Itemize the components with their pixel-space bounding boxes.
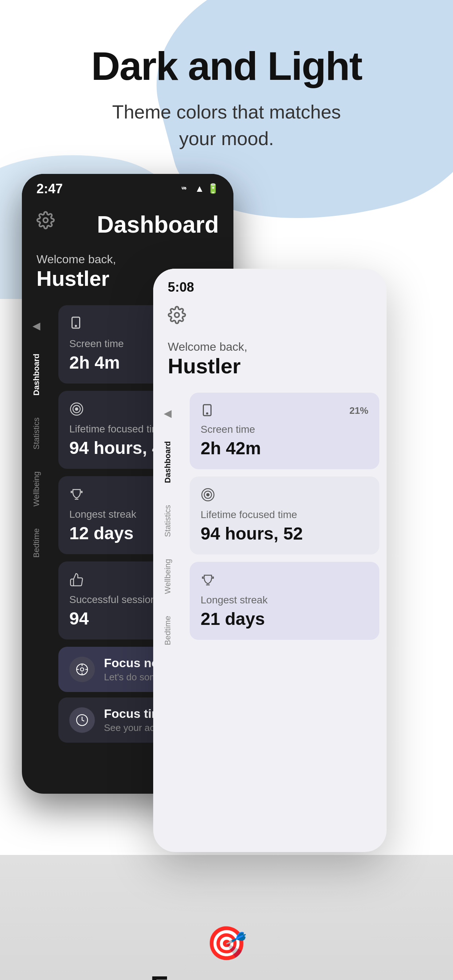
dark-chevron-icon: ◀	[32, 320, 40, 332]
dark-sidebar-dashboard[interactable]: Dashboard	[28, 343, 45, 407]
light-screen-badge: 21%	[349, 405, 368, 416]
bottom-content: 🎯 Focus now Let's do something pro	[116, 902, 337, 980]
dark-status-time: 2:47	[37, 181, 63, 197]
light-sidebar-wellbeing[interactable]: Wellbeing	[160, 548, 176, 605]
light-phone: 5:08 Welcome back, Hustler ◀	[153, 269, 387, 852]
light-screen-time-card: 21% Screen time 2h 42m	[190, 393, 379, 469]
dark-app-title: Dashboard	[97, 211, 219, 238]
light-streak-value: 21 days	[201, 609, 368, 629]
light-trophy-icon	[201, 573, 368, 589]
dark-welcome-text: Welcome back,	[37, 253, 219, 266]
light-phone-icon	[201, 404, 214, 418]
dark-gear-icon[interactable]	[37, 211, 55, 231]
dark-sidebar-statistics[interactable]: Statistics	[28, 407, 45, 460]
dark-status-icons: Vo LTE ▲ 🔋	[182, 183, 219, 194]
dark-sidebar: ◀ Dashboard Statistics Wellbeing Bedtime	[22, 302, 51, 752]
svg-point-2	[43, 218, 48, 223]
light-screen-label: Screen time	[201, 424, 368, 435]
light-statistics-label: Statistics	[163, 505, 172, 537]
dark-wellbeing-label: Wellbeing	[32, 471, 41, 506]
light-screen-time-header: 21%	[201, 404, 368, 418]
dark-app-header: Dashboard	[22, 200, 233, 245]
light-lifetime-icon	[201, 487, 368, 503]
bottom-section: 🎯 Focus now Let's do something pro	[0, 855, 453, 980]
light-sidebar: ◀ Dashboard Statistics Wellbeing Bedtime	[153, 389, 182, 656]
svg-point-13	[207, 413, 208, 414]
svg-point-9	[81, 668, 84, 671]
light-app-header	[153, 299, 387, 333]
dark-focus-icon-circle	[69, 657, 95, 682]
dark-status-bar: 2:47 Vo LTE ▲ 🔋	[22, 174, 233, 200]
light-status-bar: 5:08	[153, 269, 387, 299]
light-wellbeing-label: Wellbeing	[163, 559, 172, 594]
light-sidebar-bedtime[interactable]: Bedtime	[160, 605, 176, 656]
light-lifetime-label: Lifetime focused time	[201, 509, 368, 520]
focus-now-promo-icon: 🎯	[145, 924, 308, 963]
light-bedtime-label: Bedtime	[163, 616, 172, 645]
header-section: Dark and Light Theme colors that matches…	[0, 0, 453, 174]
light-user-name: Hustler	[168, 354, 372, 378]
header-title: Dark and Light	[0, 44, 453, 88]
dark-battery-icon: 🔋	[207, 183, 219, 194]
light-welcome-text: Welcome back,	[168, 340, 372, 354]
light-welcome-section: Welcome back, Hustler	[153, 333, 387, 389]
dark-dashboard-label: Dashboard	[32, 354, 41, 396]
svg-text:LTE: LTE	[182, 187, 187, 189]
light-streak-label: Longest streak	[201, 594, 368, 606]
light-lifetime-card: Lifetime focused time 94 hours, 52	[190, 477, 379, 555]
dark-wifi-icon: ▲	[195, 183, 204, 194]
light-sidebar-chevron: ◀	[160, 396, 175, 430]
dark-timeline-icon-circle	[69, 707, 95, 733]
light-main-area: ◀ Dashboard Statistics Wellbeing Bedtime	[153, 389, 387, 656]
light-gear-icon[interactable]	[168, 306, 186, 326]
light-status-time: 5:08	[168, 280, 194, 295]
dark-bedtime-label: Bedtime	[32, 528, 41, 558]
dark-sidebar-wellbeing[interactable]: Wellbeing	[28, 460, 45, 517]
phones-container: 2:47 Vo LTE ▲ 🔋 Dashboard	[0, 174, 453, 855]
light-screen-value: 2h 42m	[201, 438, 368, 458]
header-subtitle: Theme colors that matches your mood.	[99, 99, 354, 152]
svg-point-7	[75, 407, 78, 410]
light-streak-card: Longest streak 21 days	[190, 562, 379, 640]
light-dashboard-label: Dashboard	[163, 441, 172, 483]
light-sidebar-dashboard[interactable]: Dashboard	[160, 430, 176, 494]
dark-sidebar-bedtime[interactable]: Bedtime	[28, 517, 45, 569]
dark-phone-icon	[69, 316, 83, 332]
light-content-area: 21% Screen time 2h 42m Li	[182, 389, 387, 656]
dark-signal-icon: Vo LTE	[182, 184, 192, 194]
light-chevron-icon: ◀	[164, 407, 172, 419]
focus-now-promo-title: Focus now	[145, 970, 308, 980]
light-lifetime-value: 94 hours, 52	[201, 523, 368, 544]
dark-sidebar-chevron: ◀	[29, 309, 44, 343]
light-sidebar-statistics[interactable]: Statistics	[160, 494, 176, 548]
dark-statistics-label: Statistics	[32, 417, 41, 450]
svg-point-4	[75, 325, 77, 326]
svg-point-16	[207, 493, 209, 496]
svg-point-11	[175, 312, 179, 317]
